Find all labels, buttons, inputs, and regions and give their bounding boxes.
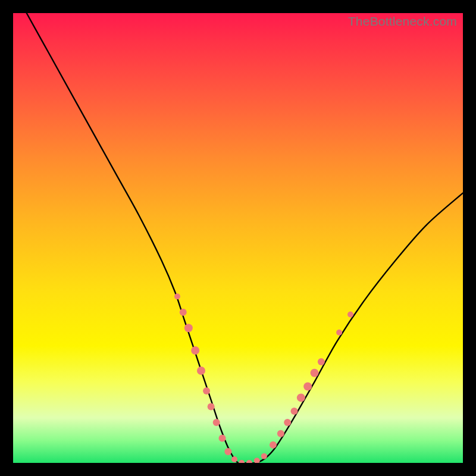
marker-point [213,419,220,426]
marker-point [184,324,193,332]
marker-point [180,309,187,316]
marker-point [336,330,342,336]
marker-point [231,456,237,462]
marker-point [197,367,205,375]
watermark-label: TheBottleneck.com [348,14,457,29]
marker-point [246,460,252,463]
marker-point [191,346,199,355]
marker-point [311,369,319,377]
marker-point [254,458,260,463]
marker-point [347,312,353,318]
marker-point [291,408,298,415]
marker-point [224,448,231,455]
marker-point [270,441,277,449]
marker-point [297,393,305,402]
marker-point [303,382,312,390]
marker-point [318,358,325,365]
marker-point [203,387,210,394]
marker-point [261,453,267,459]
bottleneck-chart [13,13,463,463]
marker-point [239,460,245,463]
marker-point [284,419,291,426]
marker-point [208,403,215,411]
marker-point [277,430,284,437]
bottleneck-curve [27,13,463,463]
marker-point [219,434,226,441]
marker-point [174,293,180,299]
chart-area: TheBottleneck.com [13,13,463,463]
marker-group [174,293,353,463]
